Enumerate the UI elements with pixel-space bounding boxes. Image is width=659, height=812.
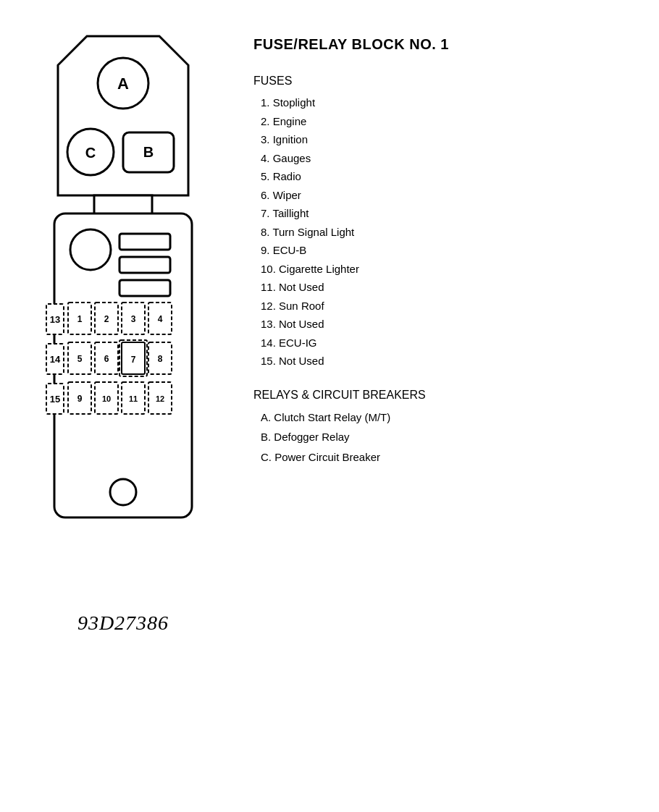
svg-text:11: 11 — [129, 394, 138, 403]
svg-rect-10 — [119, 257, 170, 273]
fuse-item-8: 8. Turn Signal Light — [253, 223, 637, 242]
svg-point-8 — [70, 229, 111, 270]
svg-text:3: 3 — [131, 314, 136, 324]
relay-item-1: A. Clutch Start Relay (M/T) — [253, 407, 637, 428]
svg-text:13: 13 — [50, 314, 60, 325]
fuse-item-12: 12. Sun Roof — [253, 297, 637, 316]
svg-text:C: C — [85, 145, 96, 161]
svg-rect-11 — [119, 280, 170, 296]
fuses-label: FUSES — [253, 75, 637, 88]
page-container: A C B 13 1 — [22, 29, 637, 635]
fuse-block-diagram: A C B 13 1 — [43, 29, 203, 593]
relays-label: RELAYS & CIRCUIT BREAKERS — [253, 389, 637, 402]
fuse-item-5: 5. Radio — [253, 167, 637, 186]
svg-text:5: 5 — [77, 354, 83, 364]
fuse-item-6: 6. Wiper — [253, 186, 637, 205]
fuse-item-2: 2. Engine — [253, 112, 637, 131]
relay-item-2: B. Defogger Relay — [253, 427, 637, 447]
svg-rect-9 — [119, 234, 170, 250]
svg-text:12: 12 — [156, 394, 164, 403]
fuse-item-15: 15. Not Used — [253, 352, 637, 371]
svg-text:1: 1 — [77, 314, 83, 324]
svg-text:8: 8 — [158, 354, 163, 364]
svg-text:A: A — [117, 75, 129, 93]
svg-text:2: 2 — [104, 314, 109, 324]
svg-text:14: 14 — [50, 354, 61, 365]
svg-text:9: 9 — [77, 394, 83, 404]
relay-item-3: C. Power Circuit Breaker — [253, 447, 637, 468]
block-title: FUSE/RELAY BLOCK NO. 1 — [253, 36, 637, 53]
fuse-item-13: 13. Not Used — [253, 315, 637, 334]
svg-point-43 — [110, 479, 136, 505]
diagram-section: A C B 13 1 — [22, 29, 224, 635]
fuse-item-11: 11. Not Used — [253, 278, 637, 297]
relay-list: A. Clutch Start Relay (M/T)B. Defogger R… — [253, 407, 637, 468]
diagram-caption: 93D27386 — [77, 612, 169, 635]
svg-text:7: 7 — [131, 355, 136, 365]
fuse-item-9: 9. ECU-B — [253, 241, 637, 260]
svg-text:B: B — [143, 144, 154, 160]
fuse-item-4: 4. Gauges — [253, 149, 637, 168]
svg-text:15: 15 — [50, 394, 60, 405]
svg-text:4: 4 — [158, 314, 163, 324]
fuse-item-1: 1. Stoplight — [253, 93, 637, 112]
fuse-item-14: 14. ECU-IG — [253, 334, 637, 352]
fuse-item-3: 3. Ignition — [253, 130, 637, 149]
info-section: FUSE/RELAY BLOCK NO. 1 FUSES 1. Stopligh… — [253, 29, 637, 468]
fuse-item-7: 7. Taillight — [253, 204, 637, 223]
svg-text:10: 10 — [102, 394, 111, 403]
fuse-item-10: 10. Cigarette Lighter — [253, 260, 637, 279]
fuse-list: 1. Stoplight2. Engine3. Ignition4. Gauge… — [253, 93, 637, 371]
svg-text:6: 6 — [104, 354, 109, 364]
